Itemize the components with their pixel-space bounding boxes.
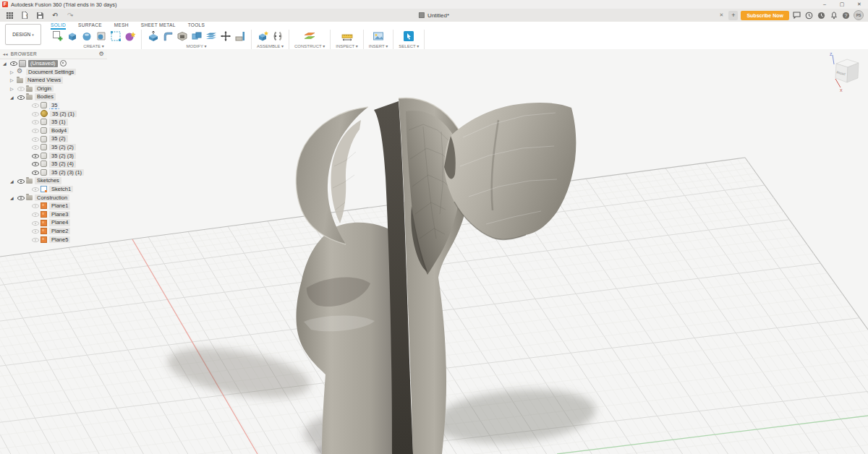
browser-item-label[interactable]: Plane3 [49, 211, 70, 218]
browser-item-origin[interactable]: ▷Origin [0, 85, 107, 93]
browser-item-label[interactable]: Plane1 [49, 202, 70, 210]
offset-button[interactable] [205, 30, 217, 43]
visibility-eye-icon[interactable] [31, 169, 40, 176]
browser-item-label[interactable]: 35 (2) [49, 135, 68, 142]
visibility-eye-icon[interactable] [31, 211, 40, 218]
expander-icon[interactable]: ◢ [10, 179, 17, 184]
browser-item-label[interactable]: Body4 [49, 127, 69, 134]
form-button[interactable] [124, 30, 136, 43]
expander-icon[interactable]: ◢ [10, 195, 17, 200]
app-grid-icon[interactable] [4, 11, 15, 20]
avatar[interactable]: PS [854, 10, 864, 20]
model-body-left[interactable] [296, 223, 395, 454]
browser-header[interactable]: ◂◂ BROWSER ⚙ [0, 49, 107, 59]
ribbon-group-label[interactable]: SELECT ▾ [399, 43, 419, 48]
browser-item-construction[interactable]: ◢Construction [0, 194, 107, 202]
browser-item-label[interactable]: Document Settings [26, 69, 76, 76]
design-menu-button[interactable]: DESIGN▾ [5, 24, 41, 45]
tab-mesh[interactable]: MESH [114, 22, 129, 30]
visibility-eye-icon[interactable] [31, 202, 40, 209]
subscribe-now-button[interactable]: Subscribe Now [741, 11, 789, 20]
visibility-eye-icon[interactable] [31, 153, 40, 159]
browser-item-plane2[interactable]: Plane2 [0, 227, 107, 236]
press-pull-button[interactable] [147, 30, 159, 43]
expander-icon[interactable]: ▷ [10, 69, 17, 74]
save-icon[interactable] [34, 11, 46, 20]
maximize-button[interactable]: ▢ [833, 1, 851, 7]
combine-button[interactable] [190, 30, 203, 43]
browser-item-plane4[interactable]: Plane4 [0, 218, 107, 227]
new-tab-button[interactable]: + [728, 11, 738, 20]
browser-item-35-1[interactable]: 35 (1) [0, 118, 107, 127]
browser-item-label[interactable]: (Unsaved) [28, 60, 58, 67]
align-button[interactable] [234, 30, 246, 43]
construction-plane-button[interactable] [304, 30, 316, 43]
browser-item-sketches[interactable]: ◢Sketches [0, 176, 107, 185]
expander-icon[interactable]: ◢ [3, 61, 9, 66]
viewcube[interactable]: Z RIGHT X [830, 52, 859, 93]
browser-item-label[interactable]: 35 (2) (4) [49, 160, 76, 168]
tab-sheet-metal[interactable]: SHEET METAL [141, 22, 176, 30]
viewport[interactable]: Z RIGHT X [0, 49, 868, 454]
browser-item-label[interactable]: Plane5 [49, 236, 70, 244]
browser-item-label[interactable]: Plane2 [49, 228, 70, 235]
browser-item-plane3[interactable]: Plane3 [0, 210, 107, 219]
browser-item-unsaved[interactable]: ◢(Unsaved) [0, 59, 107, 68]
visibility-eye-icon[interactable] [31, 119, 40, 125]
ribbon-group-label[interactable]: ASSEMBLE ▾ [257, 43, 284, 48]
visibility-eye-icon[interactable] [31, 236, 40, 243]
clock-history-icon[interactable] [817, 11, 826, 20]
browser-item-named-views[interactable]: ▷Named Views [0, 76, 107, 85]
browser-item-plane5[interactable]: Plane5 [0, 235, 107, 244]
visibility-eye-icon[interactable] [9, 60, 18, 67]
collapse-panel-icon[interactable]: ◂◂ [3, 51, 8, 56]
browser-item-35-2-3[interactable]: 35 (2) (3) [0, 152, 107, 160]
close-button[interactable]: ✕ [851, 1, 868, 7]
visibility-eye-icon[interactable] [31, 228, 40, 234]
browser-item-35-2-1[interactable]: 35 (2) (1) [0, 110, 107, 119]
extrude-button[interactable] [66, 30, 78, 43]
visibility-eye-icon[interactable] [31, 144, 40, 150]
help-icon[interactable]: ? [841, 11, 851, 20]
visibility-eye-icon[interactable] [31, 220, 40, 226]
create-sketch-button[interactable] [51, 30, 64, 43]
browser-item-plane1[interactable]: Plane1 [0, 202, 107, 210]
activate-component-radio[interactable] [60, 60, 67, 67]
browser-item-label[interactable]: Construction [35, 194, 69, 202]
tab-tools[interactable]: TOOLS [188, 22, 205, 30]
box-button[interactable] [109, 30, 122, 43]
fillet-button[interactable] [161, 30, 174, 43]
visibility-eye-icon[interactable] [31, 102, 40, 108]
joint-button[interactable] [271, 30, 284, 43]
browser-item-35-2-2[interactable]: 35 (2) (2) [0, 143, 107, 152]
browser-item-label[interactable]: 35 (2) (1) [50, 111, 77, 118]
sweep-button[interactable] [95, 30, 107, 43]
undo-icon[interactable]: ↶▾ [49, 11, 61, 20]
tab-surface[interactable]: SURFACE [78, 22, 102, 30]
minimize-button[interactable]: – [816, 1, 833, 7]
browser-item-label[interactable]: 35 (2) (3) (1) [49, 169, 84, 176]
ribbon-group-label[interactable]: CONSTRUCT ▾ [294, 43, 325, 48]
browser-item-35[interactable]: 35 [0, 101, 107, 110]
browser-item-document-settings[interactable]: ▷Document Settings [0, 68, 107, 77]
select-button[interactable] [403, 30, 415, 43]
browser-item-35-2-4[interactable]: 35 (2) (4) [0, 160, 107, 168]
revolve-button[interactable] [80, 30, 93, 43]
browser-item-label[interactable]: Origin [35, 85, 54, 93]
browser-item-label[interactable]: 35 [49, 102, 59, 110]
file-menu-icon[interactable]: ▾ [19, 11, 30, 20]
expander-icon[interactable]: ▷ [10, 77, 17, 82]
browser-item-label[interactable]: 35 (2) (2) [49, 144, 76, 151]
browser-item-label[interactable]: Plane4 [49, 219, 70, 226]
display-settings-gear-icon[interactable]: ⚙ [98, 51, 104, 57]
measure-button[interactable] [341, 30, 353, 43]
visibility-eye-icon[interactable] [17, 194, 25, 201]
browser-item-label[interactable]: Named Views [25, 77, 63, 84]
browser-item-label[interactable]: Sketches [35, 177, 61, 184]
visibility-eye-icon[interactable] [17, 178, 25, 184]
feedback-comment-icon[interactable] [792, 11, 801, 20]
move-button[interactable] [219, 30, 231, 43]
ribbon-group-label[interactable]: CREATE ▾ [83, 43, 104, 48]
expander-icon[interactable]: ▷ [10, 86, 17, 91]
browser-item-label[interactable]: 35 (2) (3) [49, 153, 76, 160]
